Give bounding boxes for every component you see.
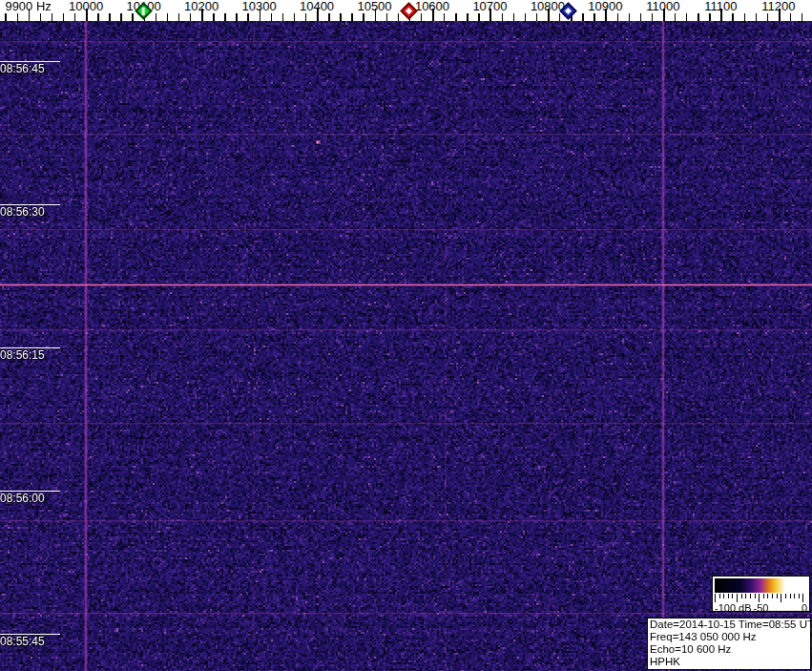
- time-label: 08:56:00: [0, 491, 60, 505]
- freq-minor-tick: [675, 13, 676, 21]
- freq-minor-tick: [236, 13, 237, 21]
- scale-label-max: 0: [802, 602, 807, 614]
- freq-minor-tick: [132, 13, 133, 21]
- freq-minor-tick: [593, 13, 594, 21]
- freq-minor-tick: [97, 13, 98, 21]
- freq-tick-label: 10900: [588, 0, 622, 13]
- freq-minor-tick: [178, 13, 179, 21]
- time-label: 08:56:15: [0, 347, 60, 362]
- time-label-text: 08:56:00: [0, 492, 45, 505]
- freq-minor-tick: [40, 13, 41, 21]
- freq-minor-tick: [652, 13, 653, 21]
- freq-minor-tick: [363, 13, 364, 21]
- freq-minor-tick: [444, 13, 445, 21]
- time-label: 08:55:45: [0, 634, 60, 648]
- freq-tick-label: 10000: [69, 0, 103, 13]
- freq-minor-tick: [17, 13, 18, 21]
- color-gradient-bar: [715, 578, 807, 593]
- freq-minor-tick: [559, 13, 560, 21]
- status-info-box: Date=2014-10-15 Time=08:55 UTC Freq=143 …: [647, 618, 811, 670]
- freq-minor-tick: [305, 13, 306, 21]
- time-label-text: 08:56:15: [0, 348, 45, 362]
- freq-minor-tick: [398, 13, 399, 21]
- freq-minor-tick: [478, 13, 479, 21]
- freq-minor-tick: [52, 13, 52, 21]
- freq-minor-tick: [790, 13, 791, 21]
- info-frequency: Freq=143 050 000 Hz: [650, 631, 808, 643]
- freq-tick-label: 10300: [241, 0, 276, 13]
- freq-minor-tick: [340, 13, 341, 21]
- freq-minor-tick: [167, 13, 168, 21]
- freq-minor-tick: [582, 13, 583, 21]
- freq-minor-tick: [386, 13, 387, 21]
- info-echo: Echo=10 600 Hz: [650, 643, 808, 656]
- time-label: 08:56:30: [0, 204, 60, 219]
- freq-minor-tick: [617, 13, 618, 21]
- freq-tick-label: 10400: [300, 0, 334, 13]
- info-station-code: HPHK: [650, 656, 808, 668]
- frequency-ruler: 9900 Hz100001010010200103001040010500106…: [0, 0, 812, 21]
- freq-tick-label: 11000: [646, 0, 679, 13]
- freq-minor-tick: [74, 13, 75, 21]
- info-date-time: Date=2014-10-15 Time=08:55 UTC: [650, 619, 808, 631]
- freq-tick-label: 9900 Hz: [5, 0, 51, 13]
- freq-tick-label: 10700: [472, 0, 507, 13]
- red-diamond-center: [406, 7, 412, 13]
- freq-minor-tick: [732, 13, 733, 21]
- freq-minor-tick: [271, 13, 272, 21]
- color-scale-ticks: [715, 594, 807, 602]
- freq-tick-label: 11200: [761, 0, 795, 13]
- freq-minor-tick: [629, 13, 630, 21]
- freq-minor-tick: [697, 13, 698, 21]
- freq-minor-tick: [756, 13, 757, 21]
- freq-minor-tick: [709, 13, 710, 21]
- freq-minor-tick: [63, 13, 64, 21]
- freq-minor-tick: [190, 13, 191, 21]
- freq-minor-tick: [351, 13, 352, 21]
- freq-minor-tick: [536, 13, 537, 21]
- freq-minor-tick: [5, 13, 6, 21]
- freq-minor-tick: [640, 13, 641, 21]
- freq-tick-label: 10600: [415, 0, 449, 13]
- time-label-text: 08:56:30: [0, 205, 45, 219]
- meteor-echo-spectrogram-app: 9900 Hz100001010010200103001040010500106…: [0, 0, 812, 671]
- freq-minor-tick: [294, 13, 295, 21]
- intensity-color-scale: -100 dB -50 0: [712, 576, 810, 612]
- spectrogram-waterfall: [0, 21, 812, 671]
- freq-minor-tick: [767, 13, 768, 21]
- freq-minor-tick: [247, 13, 248, 21]
- green-diamond-center: [142, 7, 145, 14]
- freq-minor-tick: [467, 13, 468, 21]
- freq-minor-tick: [328, 13, 329, 21]
- freq-minor-tick: [744, 13, 745, 21]
- freq-minor-tick: [502, 13, 503, 21]
- scale-label-min: -100 dB: [715, 602, 752, 614]
- freq-minor-tick: [282, 13, 283, 21]
- freq-minor-tick: [224, 13, 225, 21]
- freq-minor-tick: [109, 13, 110, 21]
- freq-minor-tick: [686, 13, 687, 21]
- freq-minor-tick: [513, 13, 514, 21]
- freq-minor-tick: [802, 13, 802, 21]
- freq-minor-tick: [455, 13, 456, 21]
- time-label: 08:56:45: [0, 61, 60, 75]
- time-label-text: 08:56:45: [0, 62, 45, 75]
- color-scale-labels: -100 dB -50 0: [715, 602, 807, 614]
- scale-label-mid: -50: [754, 602, 769, 614]
- freq-minor-tick: [156, 13, 156, 21]
- freq-minor-tick: [213, 13, 214, 21]
- freq-minor-tick: [525, 13, 526, 21]
- freq-minor-tick: [421, 13, 422, 21]
- blue-diamond-center: [565, 7, 572, 13]
- time-label-text: 08:55:45: [0, 635, 45, 648]
- freq-tick-label: 10500: [357, 0, 391, 13]
- freq-tick-label: 11100: [704, 0, 737, 13]
- freq-tick-label: 10200: [184, 0, 219, 13]
- freq-minor-tick: [120, 13, 121, 21]
